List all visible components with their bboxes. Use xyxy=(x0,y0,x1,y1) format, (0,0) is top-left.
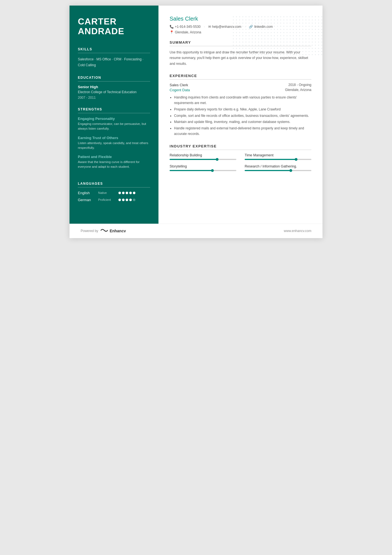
strength-item-3: Patient and Flexible Aware that the lear… xyxy=(78,155,150,169)
education-title: EDUCATION xyxy=(78,76,150,82)
expertise-fill-1 xyxy=(170,159,218,160)
phone-icon: 📞 xyxy=(170,25,174,29)
skills-title: SKILLS xyxy=(78,47,150,53)
experience-title: EXPERIENCE xyxy=(170,74,311,80)
resume-document: CARTER ANDRADE SKILLS Salesforce · MS Of… xyxy=(70,6,322,238)
edu-years: 2007 - 2011 xyxy=(78,96,150,100)
expertise-label-2: Time Management xyxy=(245,153,311,157)
dot-g5 xyxy=(133,199,135,201)
exp-job-title: Sales Clerk xyxy=(170,83,188,87)
expertise-track-2 xyxy=(245,159,311,160)
lang-level-german: Proficient xyxy=(98,198,116,201)
sidebar: CARTER ANDRADE SKILLS Salesforce · MS Of… xyxy=(70,6,158,224)
location-row: 📍 Glendale, Arizona xyxy=(170,30,311,34)
expertise-time: Time Management xyxy=(245,153,311,160)
strength-title-3: Patient and Flexible xyxy=(78,155,150,159)
dot-2 xyxy=(122,192,125,194)
bullet-1: Handling inquiries from clients and coor… xyxy=(174,95,311,106)
location-icon: 📍 xyxy=(170,30,174,34)
expertise-fill-3 xyxy=(170,170,213,171)
lang-dots-english xyxy=(118,192,135,194)
exp-dates: 2018 - Ongoing xyxy=(288,83,311,87)
dot-5 xyxy=(133,192,135,194)
dot-4 xyxy=(129,192,132,194)
contact-email: ✉ help@enhancv.com xyxy=(208,25,241,29)
person-name: CARTER ANDRADE xyxy=(78,17,150,36)
strength-item-1: Engaging Personality Engaging communicat… xyxy=(78,117,150,131)
footer-logo: Enhancv xyxy=(100,228,126,234)
footer-left: Powered by Enhancv xyxy=(81,228,126,234)
lang-name-english: English xyxy=(78,191,96,195)
lang-dots-german xyxy=(118,199,135,201)
summary-section: SUMMARY Use this opportunity to intrigue… xyxy=(170,40,311,66)
contact-phone: 📞 +1-914-345-5530 xyxy=(170,25,200,29)
linkedin-url: linkedin.com xyxy=(254,25,273,29)
email-address: help@enhancv.com xyxy=(212,25,241,29)
expertise-relationship: Relationship Building xyxy=(170,153,236,160)
footer-brand-name: Enhancv xyxy=(110,229,126,233)
education-section: EDUCATION Senior High Electron College o… xyxy=(78,76,150,100)
strength-title-1: Engaging Personality xyxy=(78,117,150,121)
enhancv-logo-icon xyxy=(100,228,108,234)
resume-body: CARTER ANDRADE SKILLS Salesforce · MS Of… xyxy=(70,6,322,224)
expertise-fill-2 xyxy=(245,159,297,160)
footer: Powered by Enhancv www.enhancv.com xyxy=(70,224,322,238)
experience-section: EXPERIENCE Sales Clerk 2018 - Ongoing Co… xyxy=(170,74,311,137)
bullet-4: Maintain and update filing, inventory, m… xyxy=(174,119,311,125)
powered-by-text: Powered by xyxy=(81,229,98,233)
edu-degree: Senior High xyxy=(78,85,150,89)
bullet-2: Prepare daily delivery reports for clien… xyxy=(174,107,311,112)
bullet-3: Compile, sort and file records of office… xyxy=(174,113,311,119)
email-icon: ✉ xyxy=(208,25,211,29)
dot-g3 xyxy=(126,199,128,201)
expertise-track-1 xyxy=(170,159,236,160)
dot-3 xyxy=(126,192,128,194)
expertise-research: Research / Information Gathering. xyxy=(245,164,311,171)
dot-g1 xyxy=(118,199,121,201)
location-text: Glendale, Arizona xyxy=(175,30,201,34)
bullet-5: Handle registered mails and external han… xyxy=(174,126,311,137)
dot-g4 xyxy=(129,199,132,201)
expertise-track-4 xyxy=(245,170,311,171)
expertise-label-4: Research / Information Gathering. xyxy=(245,164,311,168)
exp-bullets: Handling inquiries from clients and coor… xyxy=(170,95,311,137)
strength-title-2: Earning Trust of Others xyxy=(78,136,150,140)
language-german: German Proficient xyxy=(78,198,150,202)
skills-text: Salesforce · MS Office · CRM · Forecasti… xyxy=(78,56,150,68)
strength-desc-2: Listen attentively, speak candidly, and … xyxy=(78,141,150,151)
language-english: English Native xyxy=(78,191,150,195)
last-name: ANDRADE xyxy=(78,26,124,36)
expertise-label-1: Relationship Building xyxy=(170,153,236,157)
dot-g2 xyxy=(122,199,125,201)
summary-text: Use this opportunity to intrigue and dra… xyxy=(170,50,311,66)
phone-number: +1-914-345-5530 xyxy=(175,25,200,29)
lang-level-english: Native xyxy=(98,191,116,194)
expertise-grid: Relationship Building Time Management St… xyxy=(170,153,311,171)
exp-company-row: Cogent Data Glendale, Arizona xyxy=(170,88,311,93)
edu-school: Electron College of Technical Education xyxy=(78,90,150,95)
exp-company: Cogent Data xyxy=(170,88,190,92)
languages-section: LANGUAGES English Native German Proficie… xyxy=(78,182,150,205)
exp-header: Sales Clerk 2018 - Ongoing xyxy=(170,83,311,87)
strength-item-2: Earning Trust of Others Listen attentive… xyxy=(78,136,150,151)
linkedin-icon: 🔗 xyxy=(249,25,253,29)
expertise-track-3 xyxy=(170,170,236,171)
expertise-fill-4 xyxy=(245,170,291,171)
footer-website: www.enhancv.com xyxy=(284,229,311,233)
expertise-storytelling: Storytelling xyxy=(170,164,236,171)
contact-row: 📞 +1-914-345-5530 · ✉ help@enhancv.com ·… xyxy=(170,25,311,29)
contact-linkedin: 🔗 linkedin.com xyxy=(249,25,273,29)
exp-location: Glendale, Arizona xyxy=(285,88,311,93)
job-title: Sales Clerk xyxy=(170,16,311,22)
dot-1 xyxy=(118,192,121,194)
strength-desc-1: Engaging communicator, can be persuasive… xyxy=(78,122,150,131)
languages-title: LANGUAGES xyxy=(78,182,150,188)
expertise-label-3: Storytelling xyxy=(170,164,236,168)
lang-name-german: German xyxy=(78,198,96,202)
expertise-section: INDUSTRY EXPERTISE Relationship Building… xyxy=(170,144,311,171)
main-content: Sales Clerk 📞 +1-914-345-5530 · ✉ help@e… xyxy=(158,6,322,224)
skills-section: SKILLS Salesforce · MS Office · CRM · Fo… xyxy=(78,47,150,68)
summary-title: SUMMARY xyxy=(170,40,311,46)
strengths-section: STRENGTHS Engaging Personality Engaging … xyxy=(78,107,150,174)
first-name: CARTER xyxy=(78,16,116,26)
